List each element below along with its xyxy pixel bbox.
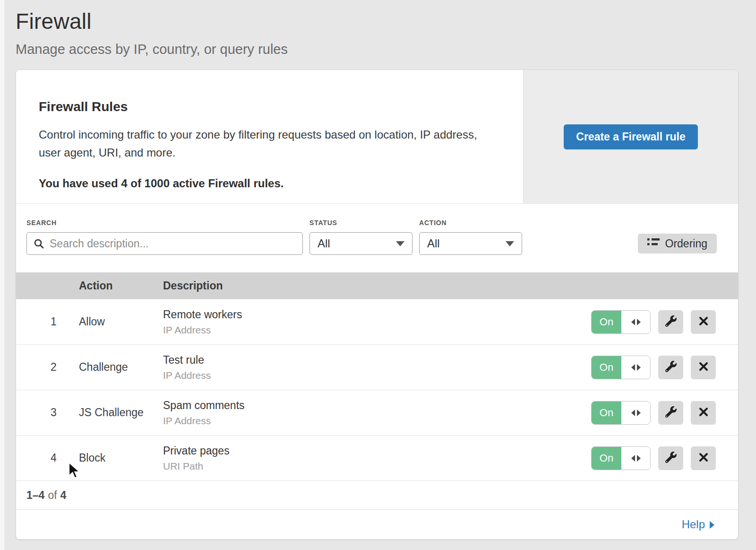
status-selected-value: All [318, 237, 330, 250]
firewall-rules-card: Firewall Rules Control incoming traffic … [16, 70, 739, 540]
rule-controls: On [591, 356, 738, 379]
ordering-button-label: Ordering [665, 237, 707, 250]
rule-controls: On [591, 446, 738, 470]
rule-enabled-toggle[interactable]: On [591, 356, 651, 379]
wrench-icon [665, 406, 677, 419]
hero-text-panel: Firewall Rules Control incoming traffic … [16, 70, 523, 203]
toggle-drag-handle[interactable] [621, 447, 650, 470]
edit-rule-button[interactable] [658, 401, 683, 425]
hero-action-panel: Create a Firewall rule [523, 70, 738, 203]
rule-controls: On [591, 310, 738, 334]
rule-description: Test rule [163, 354, 591, 367]
delete-rule-button[interactable] [691, 401, 716, 425]
rule-description-cell: Private pages URI Path [163, 445, 591, 472]
status-label: STATUS [309, 219, 412, 227]
rule-match-type: IP Address [163, 415, 591, 427]
caret-right-icon [637, 410, 641, 416]
caret-left-icon [631, 410, 635, 416]
toggle-on-label: On [592, 356, 621, 379]
help-caret-icon [710, 521, 714, 529]
rule-description: Private pages [163, 445, 591, 457]
edit-rule-button[interactable] [658, 446, 683, 470]
wrench-icon [665, 452, 677, 464]
action-filter-group: ACTION All [419, 219, 522, 255]
toggle-on-label: On [592, 311, 621, 333]
rule-match-type: URI Path [163, 461, 591, 472]
rule-action: JS Challenge [79, 406, 163, 419]
rule-description: Spam comments [163, 399, 591, 412]
wrench-icon [665, 361, 677, 374]
action-column-header: Action [79, 279, 163, 292]
rule-priority: 3 [16, 406, 79, 419]
status-filter-group: STATUS All [309, 219, 412, 255]
table-row: 4 Block Private pages URI Path On [16, 435, 738, 480]
pagination-total: 4 [60, 489, 67, 502]
edit-rule-button[interactable] [658, 356, 683, 379]
toggle-drag-handle[interactable] [621, 402, 650, 424]
toggle-drag-handle[interactable] [621, 311, 650, 333]
caret-left-icon [631, 319, 635, 325]
table-row: 2 Challenge Test rule IP Address On [16, 344, 738, 390]
caret-down-icon [396, 241, 404, 246]
card-footer: Help [16, 509, 738, 539]
rule-enabled-toggle[interactable]: On [591, 446, 651, 470]
caret-left-icon [631, 455, 635, 462]
table-row: 1 Allow Remote workers IP Address On [16, 299, 738, 344]
rule-description-cell: Test rule IP Address [163, 354, 591, 381]
rule-match-type: IP Address [163, 370, 591, 381]
rule-priority: 1 [16, 315, 79, 328]
search-box [26, 232, 303, 255]
page-title: Firewall [16, 9, 739, 34]
table-row: 3 JS Challenge Spam comments IP Address … [16, 390, 738, 435]
action-label: ACTION [419, 219, 522, 227]
search-label: SEARCH [26, 219, 303, 227]
toggle-on-label: On [592, 447, 621, 470]
help-link-label: Help [682, 518, 705, 531]
caret-down-icon [506, 241, 514, 246]
create-firewall-rule-button[interactable]: Create a Firewall rule [564, 124, 697, 149]
toggle-on-label: On [592, 402, 621, 424]
ordering-button[interactable]: Ordering [638, 234, 717, 253]
page-subtitle: Manage access by IP, country, or query r… [16, 42, 739, 57]
description-column-header: Description [163, 279, 738, 292]
delete-rule-button[interactable] [691, 356, 716, 379]
close-icon [698, 407, 709, 419]
pagination-of-word: of [48, 489, 57, 502]
search-icon [34, 238, 45, 252]
caret-right-icon [637, 364, 641, 371]
toggle-drag-handle[interactable] [621, 356, 650, 379]
delete-rule-button[interactable] [691, 446, 716, 470]
rule-enabled-toggle[interactable]: On [591, 401, 651, 425]
edit-rule-button[interactable] [658, 310, 683, 334]
wrench-icon [665, 315, 677, 328]
ordered-list-icon [647, 237, 660, 250]
table-header: Action Description [16, 272, 738, 299]
rule-action: Block [79, 452, 163, 464]
rule-action: Challenge [79, 361, 163, 374]
delete-rule-button[interactable] [691, 310, 716, 334]
rule-controls: On [591, 401, 738, 425]
firewall-page: Firewall Manage access by IP, country, o… [0, 0, 756, 540]
action-select[interactable]: All [419, 232, 522, 255]
window-edge-strip [0, 0, 4, 550]
rule-description: Remote workers [163, 308, 591, 321]
card-description: Control incoming traffic to your zone by… [39, 126, 485, 162]
card-heading: Firewall Rules [39, 99, 495, 114]
caret-right-icon [637, 455, 641, 462]
rule-description-cell: Spam comments IP Address [163, 399, 591, 427]
rule-priority: 4 [16, 452, 79, 464]
close-icon [698, 316, 709, 328]
help-link[interactable]: Help [682, 518, 714, 531]
close-icon [698, 452, 709, 464]
search-filter-group: SEARCH [26, 219, 303, 255]
status-select[interactable]: All [309, 232, 412, 255]
close-icon [698, 361, 709, 373]
hero-section: Firewall Rules Control incoming traffic … [16, 70, 738, 204]
search-input[interactable] [49, 237, 294, 251]
action-selected-value: All [427, 237, 440, 250]
pagination-bar: 1–4 of 4 [16, 480, 738, 509]
rule-enabled-toggle[interactable]: On [591, 310, 651, 334]
usage-summary: You have used 4 of 1000 active Firewall … [39, 177, 495, 190]
rule-match-type: IP Address [163, 324, 591, 336]
filters-bar: SEARCH STATUS All [16, 204, 738, 272]
